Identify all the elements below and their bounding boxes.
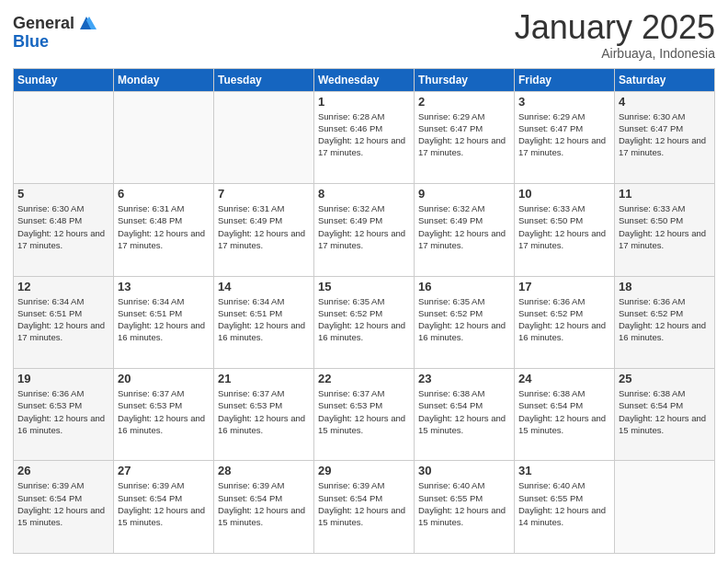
day-number: 18 [619,280,711,293]
logo-icon [76,13,97,33]
day-number: 23 [418,372,510,385]
day-cell: 8Sunrise: 6:32 AM Sunset: 6:49 PM Daylig… [314,184,415,276]
day-cell: 13Sunrise: 6:34 AM Sunset: 6:51 PM Dayli… [114,276,214,368]
day-cell: 19Sunrise: 6:36 AM Sunset: 6:53 PM Dayli… [14,369,114,461]
day-cell: 21Sunrise: 6:37 AM Sunset: 6:53 PM Dayli… [214,369,314,461]
day-cell: 17Sunrise: 6:36 AM Sunset: 6:52 PM Dayli… [515,276,615,368]
day-info: Sunrise: 6:29 AM Sunset: 6:47 PM Dayligh… [418,110,510,159]
day-info: Sunrise: 6:40 AM Sunset: 6:55 PM Dayligh… [518,479,610,528]
header-row: Sunday Monday Tuesday Wednesday Thursday… [14,68,715,91]
header: General Blue January 2025 Airbuaya, Indo… [13,9,715,61]
day-info: Sunrise: 6:31 AM Sunset: 6:49 PM Dayligh… [218,202,310,251]
day-info: Sunrise: 6:38 AM Sunset: 6:54 PM Dayligh… [418,387,510,436]
day-number: 6 [118,187,210,201]
day-number: 22 [318,372,410,385]
day-info: Sunrise: 6:37 AM Sunset: 6:53 PM Dayligh… [118,387,210,436]
day-cell: 28Sunrise: 6:39 AM Sunset: 6:54 PM Dayli… [214,461,314,554]
month-title: January 2025 [515,9,715,46]
day-info: Sunrise: 6:38 AM Sunset: 6:54 PM Dayligh… [518,387,610,436]
day-cell: 6Sunrise: 6:31 AM Sunset: 6:48 PM Daylig… [114,184,214,276]
day-cell: 27Sunrise: 6:39 AM Sunset: 6:54 PM Dayli… [114,461,214,554]
day-cell: 18Sunrise: 6:36 AM Sunset: 6:52 PM Dayli… [615,276,715,368]
calendar-table: Sunday Monday Tuesday Wednesday Thursday… [13,68,715,554]
location: Airbuaya, Indonesia [515,46,715,61]
week-row-1: 5Sunrise: 6:30 AM Sunset: 6:48 PM Daylig… [14,184,715,276]
day-info: Sunrise: 6:33 AM Sunset: 6:50 PM Dayligh… [619,202,711,251]
th-thursday: Thursday [415,68,515,91]
day-cell: 10Sunrise: 6:33 AM Sunset: 6:50 PM Dayli… [515,184,615,276]
day-cell: 30Sunrise: 6:40 AM Sunset: 6:55 PM Dayli… [415,461,515,554]
day-info: Sunrise: 6:34 AM Sunset: 6:51 PM Dayligh… [118,295,210,344]
day-cell: 3Sunrise: 6:29 AM Sunset: 6:47 PM Daylig… [515,91,615,183]
day-cell: 23Sunrise: 6:38 AM Sunset: 6:54 PM Dayli… [415,369,515,461]
day-info: Sunrise: 6:31 AM Sunset: 6:48 PM Dayligh… [118,202,210,251]
day-cell: 12Sunrise: 6:34 AM Sunset: 6:51 PM Dayli… [14,276,114,368]
day-info: Sunrise: 6:30 AM Sunset: 6:48 PM Dayligh… [17,202,109,251]
day-number: 27 [118,464,210,477]
page: General Blue January 2025 Airbuaya, Indo… [0,0,728,563]
day-info: Sunrise: 6:39 AM Sunset: 6:54 PM Dayligh… [17,479,109,528]
day-cell: 7Sunrise: 6:31 AM Sunset: 6:49 PM Daylig… [214,184,314,276]
day-cell: 9Sunrise: 6:32 AM Sunset: 6:49 PM Daylig… [415,184,515,276]
day-info: Sunrise: 6:36 AM Sunset: 6:52 PM Dayligh… [619,295,711,344]
day-number: 16 [418,280,510,293]
day-number: 19 [17,372,109,385]
day-cell: 29Sunrise: 6:39 AM Sunset: 6:54 PM Dayli… [314,461,415,554]
day-number: 28 [218,464,310,477]
day-info: Sunrise: 6:30 AM Sunset: 6:47 PM Dayligh… [619,110,711,159]
day-cell: 5Sunrise: 6:30 AM Sunset: 6:48 PM Daylig… [14,184,114,276]
th-friday: Friday [515,68,615,91]
day-info: Sunrise: 6:39 AM Sunset: 6:54 PM Dayligh… [118,479,210,528]
day-number: 5 [17,187,109,201]
day-cell [615,461,715,554]
day-number: 4 [619,95,711,109]
day-info: Sunrise: 6:32 AM Sunset: 6:49 PM Dayligh… [418,202,510,251]
week-row-4: 26Sunrise: 6:39 AM Sunset: 6:54 PM Dayli… [14,461,715,554]
day-number: 15 [318,280,410,293]
day-info: Sunrise: 6:36 AM Sunset: 6:53 PM Dayligh… [17,387,109,436]
day-info: Sunrise: 6:37 AM Sunset: 6:53 PM Dayligh… [218,387,310,436]
day-cell: 2Sunrise: 6:29 AM Sunset: 6:47 PM Daylig… [415,91,515,183]
day-number: 29 [318,464,410,477]
day-cell: 25Sunrise: 6:38 AM Sunset: 6:54 PM Dayli… [615,369,715,461]
day-cell: 31Sunrise: 6:40 AM Sunset: 6:55 PM Dayli… [515,461,615,554]
day-cell: 1Sunrise: 6:28 AM Sunset: 6:46 PM Daylig… [314,91,415,183]
day-number: 25 [619,372,711,385]
day-info: Sunrise: 6:39 AM Sunset: 6:54 PM Dayligh… [218,479,310,528]
week-row-2: 12Sunrise: 6:34 AM Sunset: 6:51 PM Dayli… [14,276,715,368]
day-cell [14,91,114,183]
day-number: 12 [17,280,109,293]
day-info: Sunrise: 6:37 AM Sunset: 6:53 PM Dayligh… [318,387,410,436]
week-row-0: 1Sunrise: 6:28 AM Sunset: 6:46 PM Daylig… [14,91,715,183]
day-number: 3 [518,95,610,109]
day-cell: 20Sunrise: 6:37 AM Sunset: 6:53 PM Dayli… [114,369,214,461]
day-cell: 14Sunrise: 6:34 AM Sunset: 6:51 PM Dayli… [214,276,314,368]
day-number: 20 [118,372,210,385]
day-number: 21 [218,372,310,385]
day-info: Sunrise: 6:36 AM Sunset: 6:52 PM Dayligh… [518,295,610,344]
day-info: Sunrise: 6:40 AM Sunset: 6:55 PM Dayligh… [418,479,510,528]
day-number: 30 [418,464,510,477]
day-info: Sunrise: 6:32 AM Sunset: 6:49 PM Dayligh… [318,202,410,251]
day-number: 10 [518,187,610,201]
day-info: Sunrise: 6:33 AM Sunset: 6:50 PM Dayligh… [518,202,610,251]
day-number: 26 [17,464,109,477]
day-cell: 4Sunrise: 6:30 AM Sunset: 6:47 PM Daylig… [615,91,715,183]
day-info: Sunrise: 6:34 AM Sunset: 6:51 PM Dayligh… [218,295,310,344]
day-number: 31 [518,464,610,477]
logo: General Blue [13,13,97,50]
day-info: Sunrise: 6:34 AM Sunset: 6:51 PM Dayligh… [17,295,109,344]
day-info: Sunrise: 6:39 AM Sunset: 6:54 PM Dayligh… [318,479,410,528]
day-cell: 16Sunrise: 6:35 AM Sunset: 6:52 PM Dayli… [415,276,515,368]
day-number: 24 [518,372,610,385]
day-cell [214,91,314,183]
th-sunday: Sunday [14,68,114,91]
logo-general: General [13,15,74,31]
day-info: Sunrise: 6:35 AM Sunset: 6:52 PM Dayligh… [318,295,410,344]
day-cell: 11Sunrise: 6:33 AM Sunset: 6:50 PM Dayli… [615,184,715,276]
day-info: Sunrise: 6:38 AM Sunset: 6:54 PM Dayligh… [619,387,711,436]
day-number: 13 [118,280,210,293]
day-cell: 24Sunrise: 6:38 AM Sunset: 6:54 PM Dayli… [515,369,615,461]
day-number: 14 [218,280,310,293]
th-tuesday: Tuesday [214,68,314,91]
